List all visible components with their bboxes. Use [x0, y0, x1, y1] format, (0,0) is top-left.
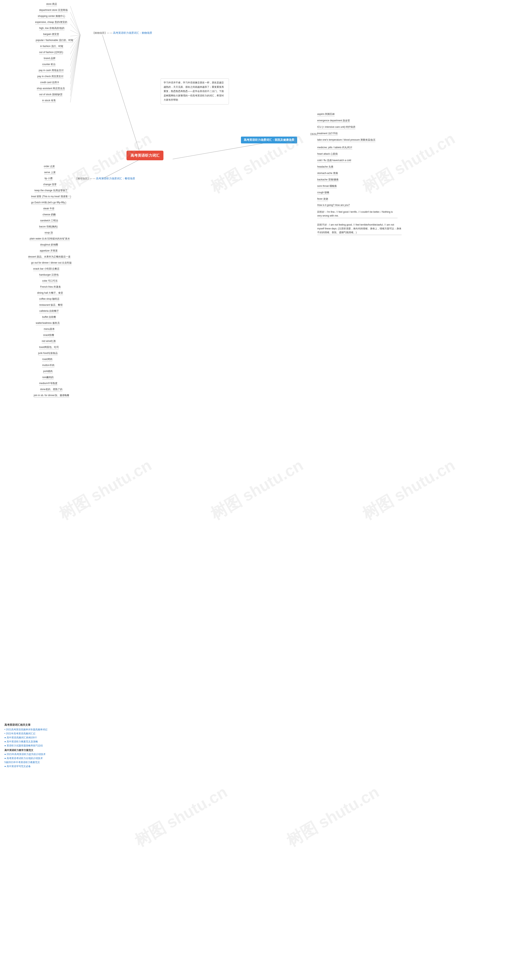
leaf-sandwich: sandwich 三明治 — [40, 219, 58, 223]
leaf-backache: backache 背痛/腰痛 — [317, 178, 338, 182]
leaf-emergence: emergence department 急诊室 — [317, 119, 350, 123]
leaf-temperature: take one's temperature / blood pressure … — [317, 138, 376, 142]
leaf-dessert: dessert 甜品、水果作为正餐的最后一道 — [28, 255, 70, 259]
leaf-bargain: bargain 便宜货 — [43, 33, 59, 37]
leaf-pay-cash: pay in cash 用现金支付 — [39, 69, 63, 73]
restaurant-section-label: 【餐馆场景】— — 高考英语听力场景词汇：餐馆场景 — [75, 177, 135, 180]
leaf-cough: cough 咳嗽 — [317, 191, 329, 195]
leaf-junk-food: junk food垃圾食品 — [38, 352, 58, 355]
leaf-out-of-stock: out of stock 脱销/缺货 — [39, 93, 62, 97]
leaf-menu: menu菜单 — [44, 328, 55, 331]
leaf-in-stock: in stock 有售 — [42, 99, 56, 103]
leaf-treatment: treatment 治疗手段 — [317, 132, 338, 135]
leaf-store: store 商店 — [46, 2, 57, 6]
intro-box: 学习外语并不难，学习外语就像交朋友一样，朋友是越交越熟的，天天见面、朋友之间就越… — [160, 78, 229, 105]
leaf-medium: medium中等熟度 — [39, 382, 57, 385]
leaf-pay-check: pay in check 用支票支付 — [37, 75, 63, 78]
leaf-dining-hall: dining hall 大餐厅、食堂 — [37, 291, 63, 295]
related-link-4[interactable]: ● 高中英语听力教案范文及策略 — [5, 740, 48, 743]
leaf-appetizer: appetizer 开胃菜 — [40, 249, 58, 253]
leaf-cold: cold / flu 流感 have/catch a cold — [317, 159, 351, 162]
leaf-snack-bar: snack bar 小吃部/点餐店 — [33, 267, 59, 271]
leaf-aspirin: aspirin 阿斯匹林 — [317, 113, 335, 116]
medical-branch-node: 高考英语听力场景词汇：医院及健康场景 — [241, 137, 297, 143]
leaf-high-low: high, low 价格高的/低的 — [39, 27, 65, 30]
related-link-10[interactable]: ● 高中英语学写范文必备 — [5, 765, 48, 768]
leaf-mutton: mutton羊肉 — [42, 364, 54, 368]
leaf-roast: roast烤肉 — [42, 358, 52, 361]
leaf-coffee-shop: coffee shop 咖啡店 — [39, 297, 59, 301]
leaf-waiter: waiter/waitress 服务员 — [36, 321, 60, 325]
leaf-good-reply: 回答好：I'm fine. / I feel good / terrific. … — [317, 210, 398, 218]
related-link-8[interactable]: ● 高考英语考试听力出现的介绍技术 — [5, 757, 48, 760]
connection-lines — [0, 0, 514, 980]
leaf-coke: coke 可口可乐 — [42, 279, 58, 283]
leaf-how-going: How is it going? How are you? — [317, 204, 350, 207]
leaf-french-fries: French fries 炸薯条 — [40, 285, 61, 289]
leaf-cafeteria: cafeteria 自助餐厅 — [40, 309, 59, 313]
leaf-stomachache: stomach-ache 胃痛 — [317, 172, 338, 175]
related-link-1[interactable]: • 2021高考英语高频单词专题高频单词记 — [5, 728, 48, 731]
related-link-5[interactable]: ● 英语听力试题答题策略和技巧总结 — [5, 744, 48, 748]
svg-line-6 — [70, 24, 80, 35]
svg-line-2 — [173, 143, 267, 159]
leaf-plain-water: plain water 白水/没有碳水的水/矿泉水 — [30, 237, 70, 241]
leaf-dutch: go Dutch AA制 (let's go fifty-fifty.) — [31, 201, 66, 205]
leaf-steak: steak 牛排 — [43, 207, 54, 211]
leaf-bad-reply: 回答不好：I am not feeling good. / I feel ter… — [317, 223, 401, 235]
leaf-change: change 找零 — [43, 183, 57, 186]
svg-line-1 — [102, 159, 141, 179]
leaf-keep-change: keep the change 先用这零钱了 — [35, 189, 67, 192]
leaf-icu: ICU (= intensive care unit) 特护病房 — [317, 125, 355, 129]
leaf-shopping-center: shopping center 购物中心 — [38, 14, 65, 18]
leaf-cheese: cheese 奶酪 — [43, 213, 56, 217]
leaf-fever: fever 发烧 — [317, 197, 328, 201]
related-link-9[interactable]: 5届2021年中考英语听力教案范文 — [5, 760, 48, 764]
svg-line-17 — [70, 35, 80, 91]
leaf-out-of-fashion: out of fashion (过时的) — [39, 51, 63, 54]
leaf-snack: snack快餐 — [43, 333, 54, 337]
leaf-tip: tip 小费 — [44, 177, 52, 181]
leaf-medicine: medicine; pills / tablets 药丸/药片 — [317, 146, 352, 150]
leaf-red-wine: red wine红酒 — [42, 339, 56, 343]
shopping-section-label: 【购物场景】— — 高考英语听力场景词汇：购物场景 — [92, 31, 152, 35]
related-link-2[interactable]: • 2021年高考英语高频词汇记 — [5, 732, 48, 735]
leaf-dept-store: department store 百货商场 — [39, 8, 68, 12]
center-node: 高考英语听力词汇 — [127, 151, 163, 160]
svg-line-4 — [70, 12, 80, 35]
leaf-doughnut: doughnut 多纳圈 — [40, 243, 58, 247]
leaf-done: done老的、煮熟了的 — [40, 388, 62, 391]
related-title: 高考英语词汇相关文章 — [5, 723, 48, 727]
leaf-soup: soup 汤 — [44, 231, 53, 235]
leaf-serve: serve 上菜 — [44, 171, 56, 175]
leaf-hamburger: hamburger 汉堡包 — [39, 273, 59, 277]
related-link-7[interactable]: ● 2021年高考英语听力提升的介绍技术 — [5, 752, 48, 756]
leaf-join-in: join in sb. for dinner加、邀请晚餐 — [34, 394, 69, 398]
svg-line-19 — [70, 35, 80, 102]
leaf-sore-throat: sore throat 咽喉痛 — [317, 185, 337, 188]
leaf-rare: rare嫩肉的 — [42, 375, 54, 379]
leaf-headache: headache 头痛 — [317, 165, 333, 169]
leaf-heart-attack: heart attack 心脏病 — [317, 152, 338, 156]
leaf-bacon: bacon 培根(腌肉) — [39, 225, 58, 229]
leaf-credit-card: credit card 信用卡 — [40, 81, 59, 84]
leaf-order: order 点菜 — [44, 165, 55, 169]
leaf-restaurant: restaurant 饭店、餐馆 — [39, 303, 63, 307]
svg-line-0 — [102, 35, 141, 155]
mindmap-container: 高考英语听力词汇 学习外语并不难，学习外语就像交朋友一样，朋友是越交越熟的，天天… — [0, 0, 514, 980]
leaf-pork: pork猪肉 — [43, 369, 52, 374]
leaf-treat: treat 请客 (This is my treat! 我请客！) — [31, 195, 71, 199]
leaf-expensive: expensive, cheap 贵的/便宜的 — [35, 21, 67, 24]
leaf-popular: popular / fashionable 流行的、时髦 — [36, 38, 73, 42]
leaf-buffet: buffet 自助餐 — [42, 315, 56, 319]
related-link-3[interactable]: ● 高中英语高频词汇表例100个 — [5, 736, 48, 739]
related-link-6: 高中英语听力教学方案范文 — [5, 749, 48, 752]
leaf-toast: toast烤面包、吐司 — [39, 345, 59, 349]
leaf-in-fashion: in fashion 流行、时髦 — [40, 45, 63, 48]
related-links: 高考英语词汇相关文章 • 2021高考英语高频单词专题高频单词记 • 2021年… — [5, 723, 48, 769]
leaf-brand: brand 品牌 — [44, 57, 56, 60]
leaf-dinner-out: go out for dinner / dinner out 出去吃饭 — [31, 261, 72, 265]
svg-line-18 — [70, 35, 80, 96]
leaf-shop-assistant: shop assistant 商店营业员 — [37, 87, 65, 91]
leaf-counter: counter 柜台 — [42, 63, 56, 67]
